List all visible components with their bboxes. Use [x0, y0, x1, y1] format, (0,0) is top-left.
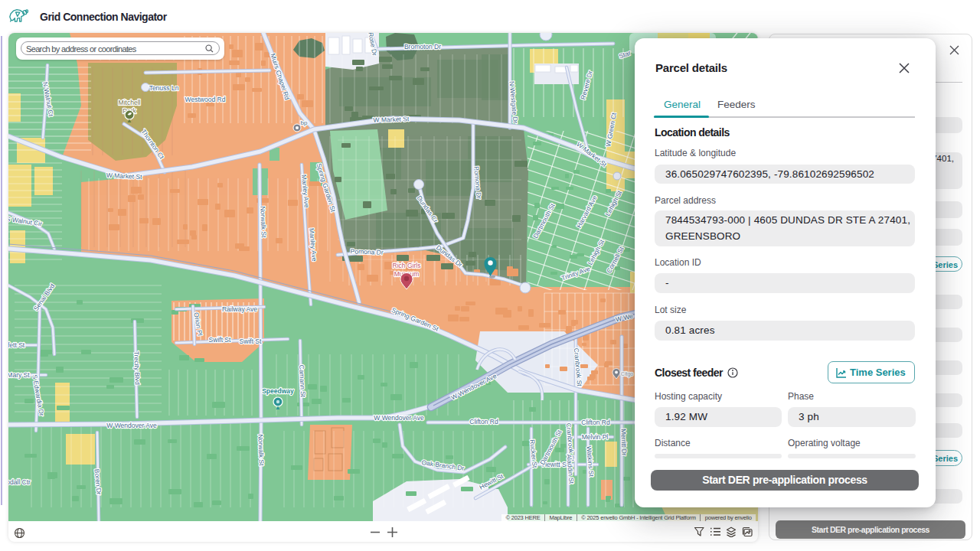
svg-text:Swift St: Swift St — [209, 336, 231, 344]
svg-text:Clifton Rd: Clifton Rd — [469, 418, 498, 425]
svg-text:Speedway: Speedway — [262, 387, 294, 395]
svg-text:W Wendover Ave: W Wendover Ave — [374, 414, 424, 422]
svg-text:ffett St: ffett St — [8, 341, 25, 349]
svg-text:Norwalk St: Norwalk St — [259, 206, 267, 238]
svg-text:Trecity Blvd: Trecity Blvd — [132, 351, 142, 386]
svg-text:Clifton Rd: Clifton Rd — [581, 419, 610, 426]
svg-text:Mary St: Mary St — [8, 371, 30, 379]
svg-text:bp: bp — [301, 119, 308, 126]
svg-text:Merritt Dr: Merritt Dr — [619, 429, 628, 456]
svg-text:Melvin Pl: Melvin Pl — [582, 433, 609, 441]
svg-text:Bromoton Dr: Bromoton Dr — [404, 43, 441, 51]
svg-text:Rich Girls: Rich Girls — [393, 262, 421, 269]
svg-text:Citgo: Citgo — [621, 371, 633, 377]
svg-text:Swift St: Swift St — [240, 337, 262, 345]
svg-text:Norwalk St: Norwalk St — [256, 434, 265, 466]
svg-text:Westwood Rd: Westwood Rd — [185, 96, 226, 103]
svg-text:W Market St: W Market St — [373, 115, 410, 124]
svg-text:W Wendover Ave: W Wendover Ave — [106, 422, 157, 429]
svg-text:Tenuss Ln: Tenuss Ln — [149, 84, 179, 92]
svg-text:Railway Ave: Railway Ave — [222, 305, 257, 313]
svg-text:Pomona Dr: Pomona Dr — [350, 247, 383, 256]
svg-text:odall Ctr: odall Ctr — [8, 478, 31, 486]
svg-text:Mitchell: Mitchell — [119, 99, 141, 106]
